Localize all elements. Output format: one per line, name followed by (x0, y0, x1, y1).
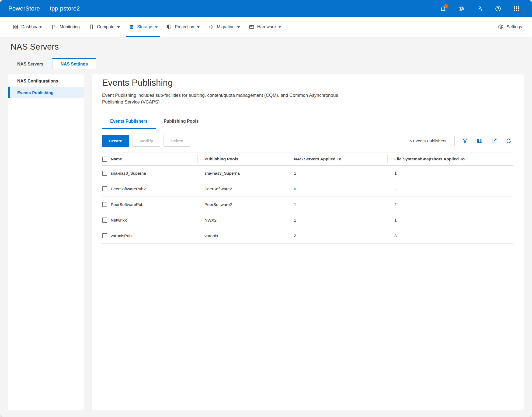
chevron-down-icon (237, 26, 240, 28)
cell-name: PeerSoftwarePub (111, 202, 144, 207)
cell-file-systems-applied: -- (387, 187, 513, 191)
cell-publishing-pools: NWX2 (197, 218, 287, 223)
brand-divider (45, 5, 45, 13)
tab-nas-servers[interactable]: NAS Servers (8, 58, 52, 69)
column-header-publishing-pools: Publishing Pools (197, 153, 287, 165)
sidebar-heading: NAS Configurations (8, 79, 84, 87)
column-header-file-systems-applied: File Systems/Snapshots Applied To (387, 153, 513, 165)
section-description: Event Publishing includes sub-facilities… (102, 92, 354, 105)
apps-grid-icon[interactable] (513, 5, 520, 12)
nav-label: Storage (137, 25, 152, 29)
row-checkbox[interactable] (102, 233, 107, 238)
cluster-name: tpp-pstore2 (50, 5, 80, 12)
protection-shield-icon (166, 24, 172, 30)
app-window: PowerStore tpp-pstore2 (0, 0, 532, 417)
events-publishing-panel: Events Publishing Event Publishing inclu… (92, 74, 524, 411)
cell-name: PeerSoftwarePub2 (111, 187, 146, 191)
chevron-down-icon (279, 26, 281, 28)
row-checkbox[interactable] (102, 202, 107, 207)
cell-publishing-pools: PeerSoftware2 (197, 202, 287, 207)
monitoring-flag-icon (51, 24, 57, 30)
storage-icon (128, 24, 134, 30)
table-row[interactable]: varonisPub varonis 2 3 (102, 228, 513, 244)
subtab-publishing-pools[interactable]: Publishing Pools (156, 114, 207, 129)
columns-icon[interactable] (476, 138, 483, 144)
publishers-count: 5 Events Publishers (409, 139, 446, 143)
select-all-checkbox[interactable] (102, 157, 107, 162)
top-bar: PowerStore tpp-pstore2 (0, 0, 532, 17)
row-checkbox[interactable] (102, 218, 107, 223)
sidebar-item-label: Events Publishing (17, 90, 53, 95)
column-header-nas-servers-applied: NAS Servers Applied To (287, 153, 387, 165)
hardware-icon (249, 24, 255, 30)
nav-spacer (286, 17, 496, 37)
content-cards: NAS Configurations Events Publishing Eve… (8, 74, 524, 411)
subtab-events-publishers[interactable]: Events Publishers (102, 114, 156, 129)
row-checkbox[interactable] (102, 186, 107, 191)
sub-tabs: Events Publishers Publishing Pools (102, 114, 513, 129)
brand-logo: PowerStore (8, 5, 40, 12)
create-button[interactable]: Create (102, 135, 129, 147)
nav-item-protection[interactable]: Protection (162, 17, 204, 37)
filter-icon[interactable] (462, 138, 468, 144)
compute-icon (88, 24, 94, 30)
notifications-bell-icon[interactable] (440, 5, 447, 12)
cell-nas-servers-applied: 0 (287, 187, 387, 191)
table-row[interactable]: PeerSoftwarePub2 PeerSoftware2 0 -- (102, 181, 513, 197)
table-row[interactable]: PeerSoftwarePub PeerSoftware2 1 2 (102, 197, 513, 212)
topbar-icon-group (440, 5, 520, 12)
gear-icon (498, 24, 504, 30)
refresh-icon[interactable] (505, 138, 512, 144)
settings-label: Settings (506, 25, 522, 29)
nav-label: Monitoring (60, 25, 80, 29)
help-icon[interactable] (495, 5, 502, 12)
tab-nas-settings[interactable]: NAS Settings (52, 58, 96, 69)
cell-publishing-pools: PeerSoftware2 (197, 187, 287, 191)
user-icon[interactable] (476, 5, 483, 12)
migration-icon (208, 24, 214, 30)
cell-file-systems-applied: 1 (387, 218, 513, 223)
nav-item-hardware[interactable]: Hardware (244, 17, 286, 37)
page-title: NAS Servers (11, 42, 521, 52)
nav-label: Protection (175, 25, 194, 29)
nav-label: Hardware (257, 25, 276, 29)
events-publishers-table: Name Publishing Pools NAS Servers Applie… (102, 153, 513, 244)
modify-button[interactable]: Modify (133, 135, 160, 147)
toolbar-divider (454, 136, 455, 146)
table-toolbar: Create Modify Delete 5 Events Publishers (102, 135, 513, 147)
chevron-down-icon (155, 26, 158, 28)
notification-badge (444, 4, 448, 8)
cell-nas-servers-applied: 1 (287, 218, 387, 223)
section-divider (102, 113, 513, 113)
table-row[interactable]: Netwrixx NWX2 1 1 (102, 212, 513, 228)
cell-file-systems-applied: 1 (387, 171, 513, 176)
cell-file-systems-applied: 2 (387, 202, 513, 207)
table-action-icons (462, 138, 513, 144)
sidebar-item-events-publishing[interactable]: Events Publishing (8, 87, 84, 98)
settings-button[interactable]: Settings (496, 17, 524, 37)
cell-nas-servers-applied: 1 (287, 202, 387, 207)
row-checkbox[interactable] (102, 171, 107, 176)
table-header-row: Name Publishing Pools NAS Servers Applie… (102, 153, 513, 166)
dashboard-icon (13, 24, 19, 30)
nav-item-storage[interactable]: Storage (124, 17, 162, 37)
nav-label: Migration (217, 25, 235, 29)
chevron-down-icon (197, 26, 200, 28)
chevron-down-icon (117, 26, 120, 28)
cell-publishing-pools: sna-nas3_Superna (197, 171, 287, 176)
page-tabs: NAS Servers NAS Settings (8, 58, 524, 69)
table-row[interactable]: sna-nas3_Superna sna-nas3_Superna 1 1 (102, 166, 513, 181)
nav-item-migration[interactable]: Migration (204, 17, 244, 37)
nav-item-dashboard[interactable]: Dashboard (8, 17, 47, 37)
nav-item-compute[interactable]: Compute (84, 17, 124, 37)
delete-button[interactable]: Delete (164, 135, 190, 147)
cell-name: sna-nas3_Superna (111, 171, 146, 176)
nav-item-monitoring[interactable]: Monitoring (47, 17, 84, 37)
background-jobs-icon[interactable] (458, 5, 465, 12)
primary-nav: Dashboard Monitoring Compute Storage Pro… (0, 17, 532, 37)
section-title: Events Publishing (102, 78, 513, 88)
page-content: NAS Servers NAS Servers NAS Settings NAS… (0, 37, 532, 417)
cell-publishing-pools: varonis (197, 233, 287, 238)
export-icon[interactable] (491, 138, 497, 144)
nas-config-sidebar: NAS Configurations Events Publishing (8, 74, 84, 411)
